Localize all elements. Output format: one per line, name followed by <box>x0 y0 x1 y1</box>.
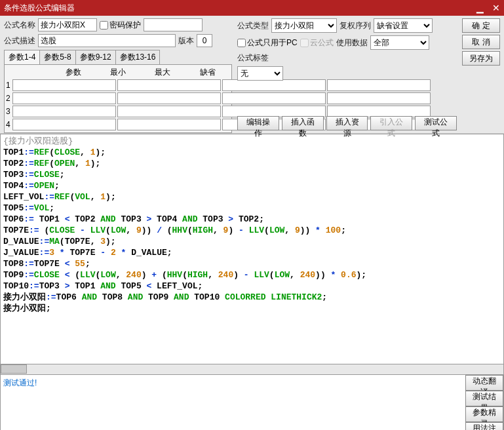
param-tab-4[interactable]: 参数13-16 <box>115 50 161 64</box>
horizontal-scrollbar[interactable] <box>0 364 504 375</box>
status-area: 测试通过! <box>1 375 465 430</box>
usedata-select[interactable]: 全部 <box>370 35 429 50</box>
param-tabs: 参数1-4 参数5-8 参数9-12 参数13-16 <box>4 50 232 65</box>
tag-select[interactable]: 无 <box>237 66 283 81</box>
param-min-input[interactable] <box>117 79 221 91</box>
type-label: 公式类型 <box>237 20 269 31</box>
import-button: 引入公式 <box>370 116 412 130</box>
version-label: 版本 <box>178 35 194 47</box>
cloud-checkbox: 云公式 <box>300 37 334 49</box>
code-editor[interactable]: {接力小双阳选股} TOP1:=REF(CLOSE, 1); TOP2:=REF… <box>0 134 504 364</box>
param-min-input[interactable] <box>117 119 221 130</box>
param-row: 1 <box>6 79 230 92</box>
insfn-button[interactable]: 插入函数 <box>282 116 324 130</box>
test-button[interactable]: 测试公式 <box>415 116 457 130</box>
param-row: 2 <box>6 92 230 105</box>
name-label: 公式名称 <box>4 20 35 31</box>
paramwiz-button[interactable]: 参数精灵 <box>465 406 503 422</box>
usage-button[interactable]: 用法注释 <box>465 422 503 430</box>
desc-input[interactable] <box>38 34 176 47</box>
fqseq-label: 复权序列 <box>339 20 371 31</box>
tags-label: 公式标签 <box>237 52 269 64</box>
ok-button[interactable]: 确 定 <box>462 18 500 33</box>
minimize-icon[interactable]: ▁ <box>476 3 484 13</box>
password-checkbox[interactable]: 密码保护 <box>100 20 141 31</box>
param-tab-3[interactable]: 参数9-12 <box>75 50 116 64</box>
param-name-input[interactable] <box>12 79 116 91</box>
param-table: 参数 最小 最大 缺省 1234 <box>4 65 232 133</box>
param-min-input[interactable] <box>117 92 221 104</box>
version-input[interactable] <box>197 34 212 47</box>
param-tab-1[interactable]: 参数1-4 <box>4 50 40 64</box>
close-icon[interactable]: ✕ <box>492 3 500 13</box>
cancel-button[interactable]: 取 消 <box>462 35 500 49</box>
password-input[interactable] <box>144 18 203 31</box>
name-input[interactable] <box>38 18 97 31</box>
param-row: 3 <box>6 105 230 118</box>
param-name-input[interactable] <box>12 92 116 104</box>
titlebar: 条件选股公式编辑器 ▁ ✕ <box>0 0 504 16</box>
param-min-input[interactable] <box>117 106 221 117</box>
fqseq-select[interactable]: 缺省设置 <box>374 18 433 33</box>
testres-button[interactable]: 测试结果 <box>465 391 503 406</box>
type-select[interactable]: 接力小双阳 <box>271 18 337 33</box>
param-name-input[interactable] <box>12 119 116 130</box>
desc-label: 公式描述 <box>4 35 35 47</box>
insres-button[interactable]: 插入资源 <box>326 116 368 130</box>
pconly-checkbox[interactable]: 公式只用于PC <box>237 37 298 49</box>
saveas-button[interactable]: 另存为 <box>462 51 500 66</box>
window-title: 条件选股公式编辑器 <box>4 0 75 16</box>
editop-button[interactable]: 编辑操作 <box>237 116 279 130</box>
param-tab-2[interactable]: 参数5-8 <box>39 50 75 64</box>
usedata-label: 使用数据 <box>336 37 368 49</box>
dyntrans-button[interactable]: 动态翻译 <box>465 375 503 391</box>
param-name-input[interactable] <box>12 106 116 117</box>
param-row: 4 <box>6 118 230 131</box>
